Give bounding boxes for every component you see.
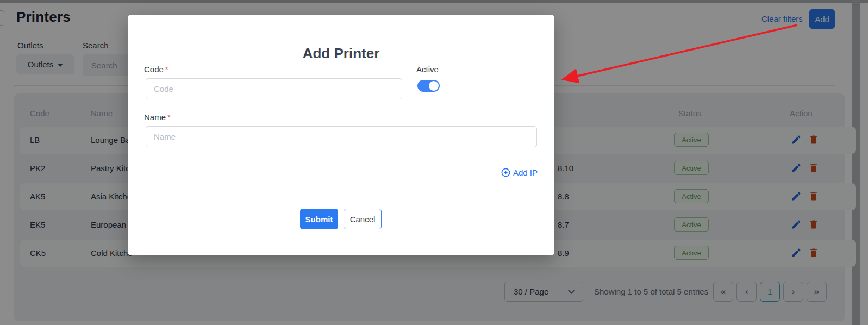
name-field[interactable] xyxy=(146,126,537,147)
active-toggle[interactable] xyxy=(417,80,440,92)
add-ip-text: Add IP xyxy=(513,168,538,177)
toggle-knob xyxy=(429,81,439,91)
required-asterisk: * xyxy=(165,65,168,74)
add-ip-link[interactable]: Add IP xyxy=(501,168,538,177)
plus-circle-icon xyxy=(501,168,510,177)
required-asterisk: * xyxy=(167,112,171,122)
code-label: Code* xyxy=(144,65,168,74)
add-printer-modal: Add Printer Code* Active Name* Add IP Su… xyxy=(128,15,554,255)
name-label: Name* xyxy=(144,112,171,122)
submit-button[interactable]: Submit xyxy=(300,209,338,229)
printers-page: Printers Clear filters Add Outlets Searc… xyxy=(0,0,868,325)
cancel-button[interactable]: Cancel xyxy=(344,209,382,229)
active-label: Active xyxy=(416,65,439,74)
code-field[interactable] xyxy=(146,78,402,99)
modal-title: Add Printer xyxy=(128,45,554,62)
